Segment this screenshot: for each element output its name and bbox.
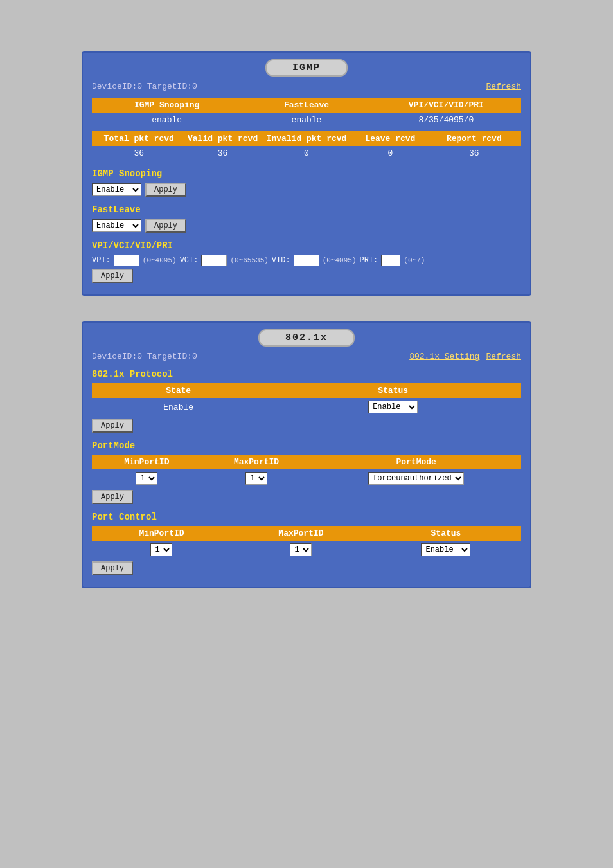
igmp-title: IGMP xyxy=(265,59,348,77)
igmp-refresh-link[interactable]: Refresh xyxy=(486,82,521,91)
igmp-header: DeviceID:0 TargetID:0 Refresh xyxy=(92,82,521,91)
portcontrol-status-cell: Enable Disable xyxy=(371,541,521,559)
dot1x-panel: 802.1x DeviceID:0 TargetID:0 802.1x Sett… xyxy=(82,321,531,588)
snooping-section-title: IGMP Snooping xyxy=(92,168,521,179)
protocol-data-row: Enable Enable Disable xyxy=(92,398,521,416)
stats-val3: 0 xyxy=(265,149,348,158)
portmode-th-mode: PortMode xyxy=(311,455,521,469)
portcontrol-data-row: 1234 1234 Enable Disable xyxy=(92,541,521,559)
portmode-max-select[interactable]: 1234 xyxy=(245,472,267,485)
portmode-apply-row: Apply xyxy=(92,490,521,504)
protocol-th-state: State xyxy=(92,383,265,398)
portcontrol-th-min: MinPortID xyxy=(92,526,231,541)
snooping-select[interactable]: Enable Disable xyxy=(92,183,141,196)
vpivci-form-row: VPI: (0~4095) VCI: (0~65535) VID: (0~409… xyxy=(92,255,521,266)
portmode-max-cell: 1234 xyxy=(202,469,312,487)
portcontrol-min-cell: 1234 xyxy=(92,541,231,559)
portmode-min-select[interactable]: 1234 xyxy=(136,472,157,485)
stats-col3: Invalid pkt rcvd xyxy=(265,134,348,143)
igmp-summary-col2: FastLeave xyxy=(236,100,376,110)
portcontrol-apply-button[interactable]: Apply xyxy=(92,561,133,575)
portcontrol-apply-row: Apply xyxy=(92,561,521,575)
vpivci-apply-button[interactable]: Apply xyxy=(92,269,133,283)
stats-val4: 0 xyxy=(348,149,432,158)
protocol-status-cell: Enable Disable xyxy=(265,398,521,416)
protocol-apply-row: Apply xyxy=(92,419,521,433)
stats-col4: Leave rcvd xyxy=(348,134,432,143)
snooping-form-row: Enable Disable Apply xyxy=(92,183,521,197)
dot1x-refresh-link[interactable]: Refresh xyxy=(486,352,521,361)
portcontrol-status-select[interactable]: Enable Disable xyxy=(421,543,470,556)
portmode-apply-button[interactable]: Apply xyxy=(92,490,133,504)
portcontrol-th-status: Status xyxy=(371,526,521,541)
vpi-hint: (0~4095) xyxy=(143,257,177,264)
stats-val2: 36 xyxy=(181,149,264,158)
dot1x-title: 802.1x xyxy=(258,329,355,347)
vpivci-section-title: VPI/VCI/VID/PRI xyxy=(92,240,521,251)
igmp-stats-header: Total pkt rcvd Valid pkt rcvd Invalid pk… xyxy=(92,131,521,146)
snooping-apply-button[interactable]: Apply xyxy=(145,183,186,197)
igmp-summary-col3: VPI/VCI/VID/PRI xyxy=(377,100,516,110)
fastleave-select[interactable]: Enable Disable xyxy=(92,219,141,232)
protocol-table: State Status Enable Enable Disable xyxy=(92,383,521,416)
stats-col2: Valid pkt rcvd xyxy=(181,134,264,143)
vid-label: VID: xyxy=(272,256,290,265)
igmp-panel: IGMP DeviceID:0 TargetID:0 Refresh IGMP … xyxy=(82,51,531,296)
igmp-stats-values: 36 36 0 0 36 xyxy=(92,146,521,161)
igmp-snooping-value: enable xyxy=(97,115,236,125)
portcontrol-max-cell: 1234 xyxy=(231,541,371,559)
pri-input[interactable] xyxy=(381,255,400,266)
dot1x-header-links: 802.1x Setting Refresh xyxy=(409,352,521,361)
protocol-header-row: State Status xyxy=(92,383,521,398)
stats-val1: 36 xyxy=(97,149,181,158)
stats-col1: Total pkt rcvd xyxy=(97,134,181,143)
vid-input[interactable] xyxy=(294,255,319,266)
igmp-summary-col1: IGMP Snooping xyxy=(97,100,236,110)
stats-val5: 36 xyxy=(432,149,516,158)
dot1x-title-bar: 802.1x xyxy=(92,329,521,347)
portcontrol-min-select[interactable]: 1234 xyxy=(150,543,172,556)
protocol-th-status: Status xyxy=(265,383,521,398)
vci-input[interactable] xyxy=(201,255,227,266)
fastleave-form-row: Enable Disable Apply xyxy=(92,219,521,233)
vid-hint: (0~4095) xyxy=(323,257,357,264)
portmode-header-row: MinPortID MaxPortID PortMode xyxy=(92,455,521,469)
portmode-mode-cell: forceunauthorized forceauthorized auto xyxy=(311,469,521,487)
igmp-summary-header: IGMP Snooping FastLeave VPI/VCI/VID/PRI xyxy=(92,98,521,113)
dot1x-device-info: DeviceID:0 TargetID:0 xyxy=(92,352,197,361)
vci-label: VCI: xyxy=(180,256,199,265)
stats-col5: Report rcvd xyxy=(432,134,516,143)
portmode-data-row: 1234 1234 forceunauthorized forceauthori… xyxy=(92,469,521,487)
igmp-summary-values: enable enable 8/35/4095/0 xyxy=(92,113,521,127)
dot1x-setting-link[interactable]: 802.1x Setting xyxy=(409,352,479,361)
vpi-label: VPI: xyxy=(92,256,111,265)
portmode-min-cell: 1234 xyxy=(92,469,202,487)
portcontrol-header-row: MinPortID MaxPortID Status xyxy=(92,526,521,541)
igmp-fastleave-value: enable xyxy=(236,115,376,125)
protocol-apply-button[interactable]: Apply xyxy=(92,419,133,433)
igmp-title-bar: IGMP xyxy=(92,59,521,77)
dot1x-header: DeviceID:0 TargetID:0 802.1x Setting Ref… xyxy=(92,352,521,361)
protocol-state-value: Enable xyxy=(92,398,265,416)
portmode-mode-select[interactable]: forceunauthorized forceauthorized auto xyxy=(368,472,464,485)
protocol-section-title: 802.1x Protocol xyxy=(92,369,521,379)
portmode-section-title: PortMode xyxy=(92,440,521,451)
pri-hint: (0~7) xyxy=(404,257,425,264)
pri-label: PRI: xyxy=(359,256,378,265)
fastleave-section-title: FastLeave xyxy=(92,204,521,215)
portcontrol-max-select[interactable]: 1234 xyxy=(290,543,312,556)
portmode-th-min: MinPortID xyxy=(92,455,202,469)
protocol-status-select[interactable]: Enable Disable xyxy=(368,401,418,413)
fastleave-apply-button[interactable]: Apply xyxy=(145,219,186,233)
igmp-vpivci-value: 8/35/4095/0 xyxy=(377,115,516,125)
igmp-device-info: DeviceID:0 TargetID:0 xyxy=(92,82,197,91)
portmode-th-max: MaxPortID xyxy=(202,455,312,469)
vpi-input[interactable] xyxy=(114,255,139,266)
portcontrol-table: MinPortID MaxPortID Status 1234 1234 xyxy=(92,526,521,559)
portmode-table: MinPortID MaxPortID PortMode 1234 1234 xyxy=(92,455,521,487)
vpivci-apply-row: Apply xyxy=(92,269,521,283)
portcontrol-th-max: MaxPortID xyxy=(231,526,371,541)
portcontrol-section-title: Port Control xyxy=(92,512,521,522)
vci-hint: (0~65535) xyxy=(230,257,268,264)
